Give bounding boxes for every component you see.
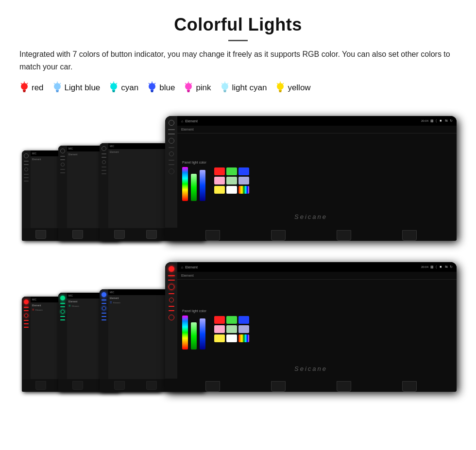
color-item-blue: blue [147, 82, 175, 94]
svg-point-36 [277, 83, 284, 90]
svg-rect-19 [151, 90, 153, 91]
page-title: Colorful Lights [19, 15, 457, 35]
svg-line-16 [110, 83, 111, 84]
svg-rect-13 [112, 90, 115, 91]
color-label-yellow: yellow [288, 83, 310, 93]
bulb-icon-lightblue [52, 82, 62, 94]
svg-point-12 [110, 83, 117, 90]
svg-rect-1 [23, 90, 26, 91]
svg-line-28 [185, 83, 186, 84]
color-label-red: red [32, 83, 44, 93]
color-item-red: red [19, 82, 44, 94]
device-group-row2: MIC ⌂ Element ☰ Element [19, 249, 457, 392]
description-text: Integrated with 7 colors of button indic… [19, 48, 457, 73]
svg-rect-32 [223, 91, 226, 92]
bulb-icon-red [19, 82, 29, 94]
svg-line-17 [116, 83, 117, 84]
bulb-icon-cyan [109, 82, 119, 94]
bulb-icon-lcyan [220, 82, 230, 94]
device-unit-big-2: ⌂ Element 20:04 ▩〈◽⇋↻ Element [165, 262, 457, 392]
svg-point-30 [221, 83, 228, 90]
svg-line-5 [27, 83, 28, 84]
svg-point-0 [21, 83, 28, 90]
svg-line-23 [154, 83, 155, 84]
color-label-blue: blue [159, 83, 175, 93]
color-item-cyan: cyan [109, 82, 138, 94]
watermark-2: Seicane [294, 365, 327, 372]
title-divider [228, 40, 248, 41]
svg-rect-31 [223, 90, 226, 91]
svg-line-11 [60, 83, 61, 84]
svg-rect-38 [279, 91, 282, 92]
svg-rect-26 [187, 91, 190, 92]
svg-rect-37 [279, 90, 282, 91]
svg-line-10 [54, 83, 55, 84]
color-label-lightblue: Light blue [65, 83, 101, 93]
color-item-pink: pink [184, 82, 211, 94]
color-label-lcyan: light cyan [232, 83, 267, 93]
color-label-cyan: cyan [121, 83, 138, 93]
color-label-pink: pink [196, 83, 211, 93]
svg-line-40 [277, 83, 278, 84]
svg-line-35 [227, 83, 228, 84]
svg-rect-7 [56, 90, 59, 91]
panel-light-title: Panel light color [182, 161, 206, 164]
bulb-icon-pink [184, 82, 193, 94]
svg-line-41 [283, 83, 284, 84]
color-indicators-row: red Light blue cyan [19, 82, 457, 94]
svg-rect-2 [23, 91, 26, 92]
device-group-row1: MIC ⌂ Element [19, 105, 457, 241]
svg-line-34 [221, 83, 222, 84]
svg-point-18 [149, 83, 155, 90]
title-section: Colorful Lights [19, 15, 457, 41]
bulb-icon-yellow [275, 82, 285, 94]
svg-line-4 [21, 83, 22, 84]
watermark-1: Seicane [294, 213, 327, 220]
bulb-icon-blue [147, 82, 157, 94]
svg-line-22 [149, 83, 150, 84]
svg-point-24 [185, 83, 192, 90]
color-item-lightblue: Light blue [52, 82, 101, 94]
svg-rect-8 [56, 91, 58, 92]
color-item-lcyan: light cyan [220, 82, 267, 94]
page-container: Colorful Lights Integrated with 7 colors… [0, 0, 476, 414]
svg-rect-14 [113, 91, 115, 92]
color-item-yellow: yellow [275, 82, 310, 94]
svg-rect-25 [187, 90, 190, 91]
svg-line-29 [191, 83, 192, 84]
svg-rect-20 [151, 91, 153, 92]
svg-point-6 [54, 83, 61, 90]
device-unit-big-1: ⌂ Element 20:04 ▩〈◽⇋↻ Element [165, 116, 457, 241]
